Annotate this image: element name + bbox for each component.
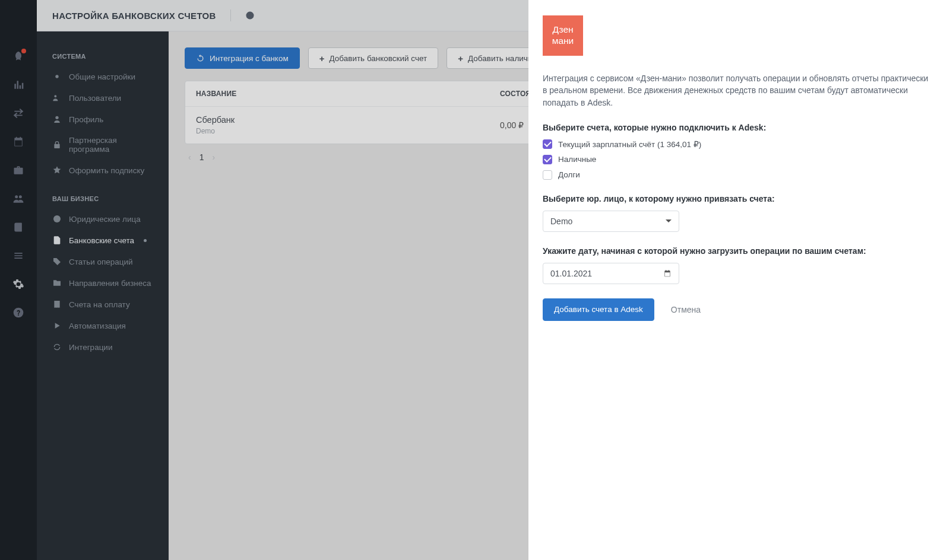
account-checkbox-row[interactable]: Наличные	[543, 155, 935, 164]
date-input[interactable]: 01.01.2021	[543, 263, 679, 284]
checkbox[interactable]	[543, 170, 552, 180]
select-accounts-label: Выберите счета, которые нужно подключить…	[543, 123, 935, 132]
checkbox-label: Текущий зарплатный счёт (1 364,01 ₽)	[558, 139, 701, 149]
account-checkbox-row[interactable]: Текущий зарплатный счёт (1 364,01 ₽)	[543, 139, 935, 149]
entity-label: Выберите юр. лицо, к которому нужно прив…	[543, 194, 935, 203]
submit-button[interactable]: Добавить счета в Adesk	[543, 298, 654, 321]
chevron-down-icon	[666, 219, 672, 222]
cancel-link[interactable]: Отмена	[671, 305, 701, 314]
entity-select[interactable]: Demo	[543, 211, 679, 232]
checkbox-label: Долги	[558, 170, 580, 179]
calendar-icon	[663, 269, 672, 278]
logo-text: мани	[552, 36, 574, 47]
integration-description: Интеграция с сервисом «Дзен-мани» позвол…	[543, 72, 935, 109]
checkbox[interactable]	[543, 155, 552, 164]
date-value: 01.01.2021	[550, 269, 592, 278]
entity-value: Demo	[550, 217, 572, 226]
zenmoney-logo: Дзен мани	[543, 15, 583, 56]
checkbox[interactable]	[543, 139, 552, 149]
date-label: Укажите дату, начиная с которой нужно за…	[543, 246, 935, 256]
checkbox-label: Наличные	[558, 155, 596, 164]
panel-actions: Добавить счета в Adesk Отмена	[543, 298, 935, 321]
btn-label: Добавить счета в Adesk	[554, 305, 643, 314]
logo-text: Дзен	[552, 24, 573, 36]
account-checkbox-row[interactable]: Долги	[543, 170, 935, 180]
integration-panel: Дзен мани Интеграция с сервисом «Дзен-ма…	[528, 0, 950, 560]
